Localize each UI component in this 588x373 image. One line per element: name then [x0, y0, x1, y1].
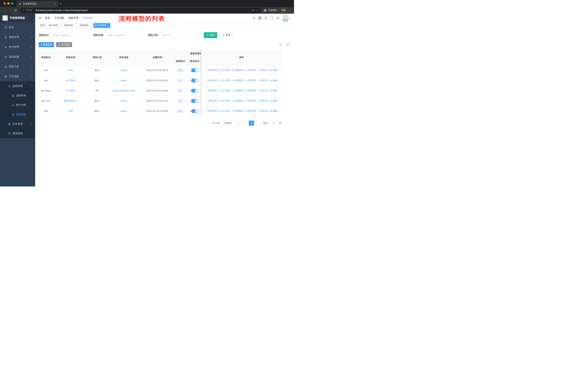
action-delete-process[interactable]: 删除 — [271, 99, 278, 102]
action-assign-rule[interactable]: 分配规则 — [232, 99, 243, 102]
app-logo[interactable]: 芋道管理系统 — [0, 14, 35, 22]
sidebar-item-process-form[interactable]: 流程表单 — [0, 91, 35, 100]
sidebar-item-user-group[interactable]: 用户分组 — [0, 100, 35, 110]
breadcrumb-item-process-mgmt[interactable]: 流程管理 — [68, 16, 79, 20]
action-edit-process[interactable]: 修改流程 — [206, 89, 217, 92]
action-process-definition[interactable]: 流程定义 — [258, 110, 269, 112]
import-process-button[interactable]: 导入流程 — [56, 42, 72, 47]
form-info-link[interactable]: biubiu — [121, 100, 127, 102]
version-badge[interactable]: v21 — [177, 109, 184, 113]
process-id-input[interactable] — [51, 32, 89, 38]
action-publish-process[interactable]: 发布流程 — [245, 89, 256, 92]
tag-home[interactable]: 首页 — [39, 23, 46, 28]
search-button[interactable] — [252, 16, 255, 20]
active-toggle[interactable] — [191, 79, 198, 82]
tag-close-icon[interactable]: × — [59, 24, 60, 27]
sidebar-item-task-mgmt[interactable]: 任务管理 — [0, 119, 35, 129]
action-process-definition[interactable]: 流程定义 — [258, 89, 269, 92]
action-publish-process[interactable]: 发布流程 — [245, 99, 256, 102]
goto-page-input[interactable] — [270, 121, 277, 126]
update-button[interactable]: 更新 — [279, 8, 288, 13]
process-name-link[interactable]: OA 请假 — [66, 89, 75, 92]
action-delete-process[interactable]: 删除 — [271, 110, 278, 112]
action-design-process[interactable]: 设计流程 — [219, 79, 230, 82]
action-edit-process[interactable]: 修改流程 — [206, 110, 217, 112]
forward-button[interactable]: → — [7, 8, 13, 13]
url-bar[interactable]: ⚠ 不安全 dashboard.yudao.iocoder.cn/bpm/man… — [20, 8, 261, 13]
active-toggle[interactable] — [191, 109, 198, 113]
font-size-button[interactable]: TT — [276, 17, 279, 20]
sidebar-toggle-button[interactable] — [38, 16, 42, 20]
form-info-link[interactable]: /bpm/oa/leave/create — [113, 89, 135, 92]
url-text[interactable]: dashboard.yudao.iocoder.cn/bpm/manager/m… — [35, 9, 250, 12]
sidebar-item-workflow[interactable]: 工作流程 — [0, 71, 35, 81]
action-delete-process[interactable]: 删除 — [271, 89, 278, 92]
sidebar-item-payment[interactable]: ¥ 支付管理 — [0, 42, 35, 52]
active-toggle[interactable] — [191, 69, 198, 72]
form-info-link[interactable]: biubiu — [121, 69, 127, 71]
action-delete-process[interactable]: 删除 — [271, 69, 278, 72]
action-design-process[interactable]: 设计流程 — [219, 99, 230, 102]
password-key-icon[interactable] — [252, 9, 255, 12]
version-badge[interactable]: v17 — [177, 68, 184, 72]
tag-close-icon[interactable]: × — [89, 24, 91, 27]
action-edit-process[interactable]: 修改流程 — [206, 69, 217, 72]
tag-process-model[interactable]: 流程模型× — [94, 23, 110, 28]
category-select[interactable] — [160, 32, 199, 38]
process-name-link[interactable]: 自己审批 — [66, 79, 75, 82]
page-1-button[interactable]: 1 — [249, 121, 254, 126]
action-assign-rule[interactable]: 分配规则 — [232, 89, 243, 92]
window-minimize-button[interactable] — [7, 2, 10, 5]
browser-tab[interactable]: 芋道管理系统 × — [16, 1, 58, 7]
window-maximize-button[interactable] — [11, 2, 13, 5]
action-assign-rule[interactable]: 分配规则 — [232, 79, 243, 82]
process-name-link[interactable]: eeee — [68, 69, 73, 71]
help-button[interactable]: ? — [264, 17, 267, 20]
tag-close-icon[interactable]: × — [74, 24, 76, 27]
page-size-select[interactable]: 10条/页 — [222, 121, 240, 126]
action-process-definition[interactable]: 流程定义 — [258, 99, 269, 102]
form-info-link[interactable]: biubiu — [121, 110, 127, 112]
user-avatar[interactable] — [282, 15, 289, 21]
action-process-definition[interactable]: 流程定义 — [258, 69, 269, 72]
sidebar-item-devtools[interactable]: 研发工具 — [0, 62, 35, 71]
breadcrumb-item-workflow[interactable]: 工作流程 — [54, 16, 64, 20]
breadcrumb-item-home[interactable]: 首页 — [45, 16, 50, 20]
search-button[interactable]: 搜索 — [204, 32, 217, 38]
process-name-link[interactable]: 测试多审批人 — [64, 100, 78, 102]
create-process-button[interactable]: +新建流程 — [39, 42, 54, 47]
process-name-input[interactable] — [105, 32, 144, 38]
action-design-process[interactable]: 设计流程 — [219, 69, 230, 72]
bookmark-star-icon[interactable]: ☆ — [256, 9, 259, 12]
browser-menu-button[interactable]: ⋮ — [288, 9, 292, 12]
action-assign-rule[interactable]: 分配规则 — [232, 69, 243, 72]
version-badge[interactable]: v4 — [177, 99, 183, 103]
security-status[interactable]: ⚠ 不安全 — [22, 9, 34, 12]
active-toggle[interactable] — [191, 89, 198, 92]
action-process-definition[interactable]: 流程定义 — [258, 79, 269, 82]
fullscreen-button[interactable] — [270, 16, 273, 20]
github-button[interactable] — [258, 16, 262, 20]
active-toggle[interactable] — [191, 99, 198, 103]
reset-button[interactable]: 重置 — [220, 32, 233, 38]
form-info-link[interactable]: biubiu — [121, 79, 127, 82]
action-publish-process[interactable]: 发布流程 — [245, 110, 256, 112]
sidebar-item-process-mgmt[interactable]: 流程管理 — [0, 81, 35, 91]
sidebar-item-system[interactable]: ⚙ 系统管理 — [0, 32, 35, 42]
version-badge[interactable]: v5 — [177, 89, 183, 93]
action-publish-process[interactable]: 发布流程 — [245, 79, 256, 82]
action-design-process[interactable]: 设计流程 — [219, 110, 230, 112]
caret-down-icon[interactable]: ▾ — [290, 17, 291, 19]
version-badge[interactable]: v2 — [177, 79, 183, 82]
tag-process-form[interactable]: 流程表单× — [78, 23, 93, 28]
window-close-button[interactable] — [4, 2, 6, 5]
sidebar-item-leave-query[interactable]: 请假查询 — [0, 129, 35, 138]
tag-tenant-mgmt[interactable]: 租户管理× — [47, 23, 62, 28]
next-page-button[interactable]: › — [256, 121, 261, 126]
sidebar-item-process-model[interactable]: 流程模型 — [0, 110, 35, 119]
sidebar-item-infra[interactable]: 基础设施 — [0, 52, 35, 62]
tag-close-icon[interactable]: × — [107, 24, 109, 27]
sidebar-item-home[interactable]: 首页 — [0, 22, 35, 32]
new-tab-button[interactable]: + — [58, 1, 63, 6]
action-delete-process[interactable]: 删除 — [271, 79, 278, 82]
